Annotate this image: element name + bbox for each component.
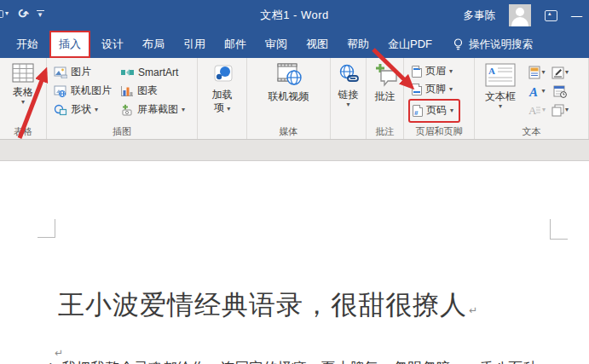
lightbulb-icon	[453, 38, 463, 51]
user-name[interactable]: 多事陈	[464, 9, 496, 23]
dropdown-icon: ▾	[182, 107, 185, 113]
footer-button[interactable]: 页脚 ▾	[409, 81, 455, 98]
footer-icon	[412, 84, 422, 95]
margin-crop-mark-right	[550, 239, 568, 240]
tab-references[interactable]: 引用	[174, 31, 215, 58]
comment-icon	[372, 63, 398, 87]
signature-line-button[interactable]: ▾	[548, 63, 572, 82]
empty-paragraph: ↵	[55, 344, 63, 360]
ribbon-group-media: 联机视频 媒体	[247, 58, 331, 139]
textbox-button[interactable]: A 文本框 ▾	[482, 61, 519, 124]
ribbon-group-header-footer: 页眉 ▾ 页脚 ▾ 页码 ▾ 页眉和页脚	[404, 58, 475, 139]
margin-crop-mark-left	[38, 237, 55, 238]
document-body-line: 1. 我把我整个灵魂都给你，连同它的怪癖，耍小脾气，忽明忽暗，一千八百种	[47, 359, 537, 364]
group-label-links	[331, 124, 366, 139]
margin-crop-mark-right	[550, 219, 551, 240]
header-button[interactable]: 页眉 ▾	[409, 63, 455, 80]
dropdown-icon: ▾	[21, 99, 25, 106]
date-time-button[interactable]	[548, 82, 572, 101]
addins-icon	[211, 63, 234, 85]
minimize-button[interactable]: —	[571, 9, 582, 22]
ribbon-group-addins: 加载 项 ▾	[198, 58, 247, 139]
wordart-button[interactable]: A ▾	[526, 82, 548, 101]
ribbon-display-options-icon[interactable]	[545, 10, 557, 21]
dropdown-icon: ▾	[450, 107, 453, 114]
date-time-icon	[553, 85, 567, 98]
shapes-icon	[54, 104, 67, 116]
group-label-illustrations: 插图	[47, 124, 197, 139]
page-number-button[interactable]: 页码 ▾	[413, 102, 453, 119]
chart-icon	[120, 85, 134, 97]
svg-text:A: A	[528, 85, 538, 98]
screenshot-button[interactable]: 屏幕截图 ▾	[118, 101, 188, 118]
table-button[interactable]: 表格 ▾	[9, 61, 38, 124]
online-pictures-button[interactable]: 联机图片	[51, 83, 114, 99]
drop-cap-icon: A	[528, 104, 541, 116]
tab-design[interactable]: 设计	[92, 31, 133, 58]
new-comment-button[interactable]: 批注	[369, 61, 401, 124]
group-label-text: 文本	[475, 124, 588, 139]
tab-help[interactable]: 帮助	[338, 31, 378, 58]
ribbon-group-comments: 批注 批注	[367, 58, 404, 139]
shapes-button[interactable]: 形状 ▾	[51, 101, 114, 118]
picture-icon	[54, 66, 67, 78]
tab-layout[interactable]: 布局	[133, 31, 174, 58]
drop-cap-button[interactable]: A ▾	[526, 101, 548, 119]
paragraph-mark-icon: ↵	[55, 347, 63, 359]
online-picture-icon	[54, 85, 67, 97]
dropdown-icon: ▾	[449, 86, 453, 93]
tab-jinshan-pdf[interactable]: 金山PDF	[378, 31, 442, 58]
dropdown-icon: ▾	[565, 107, 569, 113]
group-label-media: 媒体	[247, 124, 330, 139]
tab-mailings[interactable]: 邮件	[215, 31, 256, 58]
dropdown-icon: ▾	[346, 101, 349, 108]
document-page[interactable]: 王小波爱情经典语录，很甜很撩人↵ ↵ 1. 我把我整个灵魂都给你，连同它的怪癖，…	[0, 161, 589, 364]
online-video-button[interactable]: 联机视频	[265, 61, 313, 124]
ribbon-group-links: 链接 ▾	[331, 58, 367, 139]
quick-parts-button[interactable]: ▾	[526, 63, 548, 82]
links-button[interactable]: 链接 ▾	[334, 61, 363, 124]
group-label-header-footer: 页眉和页脚	[404, 124, 474, 139]
wordart-icon: A	[528, 85, 540, 98]
ribbon: 表格 ▾ 表格 图片	[0, 58, 589, 140]
tab-view[interactable]: 视图	[297, 31, 338, 58]
object-button[interactable]: ▾	[548, 101, 572, 119]
tab-insert[interactable]: 插入	[49, 31, 90, 58]
smartart-icon	[120, 66, 135, 78]
group-label-table: 表格	[0, 124, 46, 139]
svg-text:A: A	[488, 66, 495, 76]
smartart-button[interactable]: SmartArt	[118, 64, 188, 80]
chart-button[interactable]: 图表	[118, 83, 188, 99]
tell-me-label: 操作说明搜索	[469, 38, 533, 52]
dropdown-icon: ▾	[541, 69, 545, 76]
ribbon-group-illustrations: 图片 联机图片 形	[47, 58, 198, 139]
document-area: 王小波爱情经典语录，很甜很撩人↵ ↵ 1. 我把我整个灵魂都给你，连同它的怪癖，…	[0, 140, 589, 364]
dropdown-icon: ▾	[499, 103, 502, 110]
ribbon-group-table: 表格 ▾ 表格	[0, 58, 47, 139]
online-video-icon	[274, 63, 303, 87]
addins-button[interactable]: 加载 项 ▾	[207, 61, 238, 124]
pictures-button[interactable]: 图片	[51, 64, 114, 80]
tell-me-search[interactable]: 操作说明搜索	[453, 38, 533, 52]
ribbon-tab-bar: 开始 插入 设计 布局 引用 邮件 审阅 视图 帮助 金山PDF 操作说明搜索	[0, 31, 589, 58]
textbox-icon: A	[485, 63, 516, 87]
tab-review[interactable]: 审阅	[256, 31, 297, 58]
table-icon	[12, 63, 34, 83]
object-icon	[551, 104, 564, 117]
dropdown-icon: ▾	[541, 88, 545, 95]
quick-parts-icon	[528, 66, 540, 79]
margin-crop-mark-left	[55, 219, 55, 238]
header-icon	[412, 66, 422, 78]
signature-line-icon	[551, 66, 564, 79]
tab-home[interactable]: 开始	[7, 31, 48, 58]
group-label-comments: 批注	[367, 124, 403, 139]
dropdown-icon: ▾	[449, 68, 453, 75]
link-icon	[338, 63, 360, 85]
paragraph-mark-icon: ↵	[469, 304, 477, 316]
user-avatar[interactable]	[509, 4, 531, 26]
dropdown-icon: ▾	[227, 105, 230, 113]
title-bar: ▾ ↻ ▾ 文档1 - Word 多事陈 —	[0, 0, 589, 31]
ribbon-group-text: A 文本框 ▾ ▾	[475, 58, 589, 139]
document-title: 王小波爱情经典语录，很甜很撩人↵	[58, 287, 477, 323]
group-label-addins	[198, 124, 246, 139]
